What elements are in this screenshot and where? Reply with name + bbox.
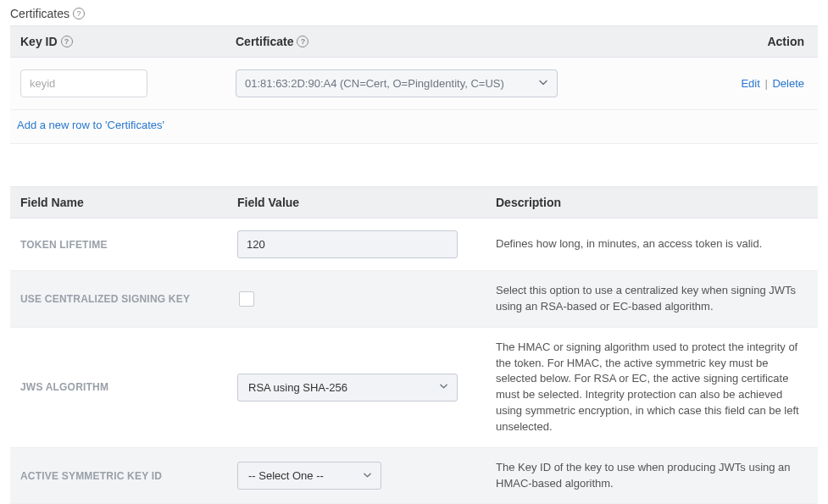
jws-algorithm-value: RSA using SHA-256	[248, 381, 347, 394]
action-separator: |	[764, 77, 767, 90]
field-name-label: USE CENTRALIZED SIGNING KEY	[15, 293, 237, 305]
symmetric-key-select[interactable]: -- Select One --	[237, 462, 381, 490]
field-name-label: JWS ALGORITHM	[15, 381, 237, 393]
certificate-select-value: 01:81:63:2D:90:A4 (CN=Cert, O=PingIdenti…	[245, 77, 504, 90]
col-header-action: Action	[711, 35, 813, 48]
col-header-field-value: Field Value	[237, 196, 496, 209]
certificates-label: Certificates	[10, 7, 69, 20]
keyid-input[interactable]	[20, 69, 147, 97]
fields-header-row: Field Name Field Value Description	[10, 186, 818, 219]
add-row-link[interactable]: Add a new row to 'Certificates'	[17, 119, 164, 131]
help-icon[interactable]: ?	[297, 36, 308, 47]
chevron-down-icon	[538, 77, 548, 90]
field-description: The Key ID of the key to use when produc…	[496, 460, 813, 492]
row-actions: Edit | Delete	[711, 77, 813, 90]
certificate-row: 01:81:63:2D:90:A4 (CN=Cert, O=PingIdenti…	[10, 58, 818, 110]
symmetric-key-value: -- Select One --	[248, 469, 324, 482]
col-header-keyid: Key ID ?	[15, 35, 236, 48]
col-header-field-name: Field Name	[15, 196, 237, 209]
field-description: Select this option to use a centralized …	[496, 283, 813, 315]
help-icon[interactable]: ?	[73, 8, 85, 19]
delete-link[interactable]: Delete	[772, 77, 804, 90]
col-header-keyid-label: Key ID	[20, 35, 58, 48]
field-description: The HMAC or signing algorithm used to pr…	[496, 340, 813, 435]
field-row-symmetric-key: ACTIVE SYMMETRIC KEY ID -- Select One --…	[10, 448, 818, 504]
field-row-token-lifetime: TOKEN LIFETIME Defines how long, in minu…	[10, 219, 818, 271]
edit-link[interactable]: Edit	[741, 77, 759, 90]
field-row-centralized-key: USE CENTRALIZED SIGNING KEY Select this …	[10, 271, 818, 328]
centralized-key-checkbox[interactable]	[239, 291, 254, 307]
chevron-down-icon	[439, 381, 448, 394]
certificates-section-title: Certificates ?	[10, 7, 818, 20]
field-name-label: ACTIVE SYMMETRIC KEY ID	[15, 470, 237, 482]
jws-algorithm-select[interactable]: RSA using SHA-256	[237, 374, 458, 402]
field-row-jws-algorithm: JWS ALGORITHM RSA using SHA-256 The HMAC…	[10, 328, 818, 448]
token-lifetime-input[interactable]	[237, 230, 458, 258]
col-header-description: Description	[496, 196, 813, 209]
col-header-certificate: Certificate ?	[236, 35, 711, 48]
certificates-header-row: Key ID ? Certificate ? Action	[10, 25, 818, 58]
field-description: Defines how long, in minutes, an access …	[496, 236, 813, 252]
col-header-action-label: Action	[767, 35, 804, 48]
col-header-certificate-label: Certificate	[236, 35, 293, 48]
certificate-select[interactable]: 01:81:63:2D:90:A4 (CN=Cert, O=PingIdenti…	[236, 69, 558, 97]
help-icon[interactable]: ?	[61, 36, 73, 47]
field-name-label: TOKEN LIFETIME	[15, 239, 237, 251]
add-row-container: Add a new row to 'Certificates'	[10, 110, 818, 144]
chevron-down-icon	[363, 469, 372, 482]
